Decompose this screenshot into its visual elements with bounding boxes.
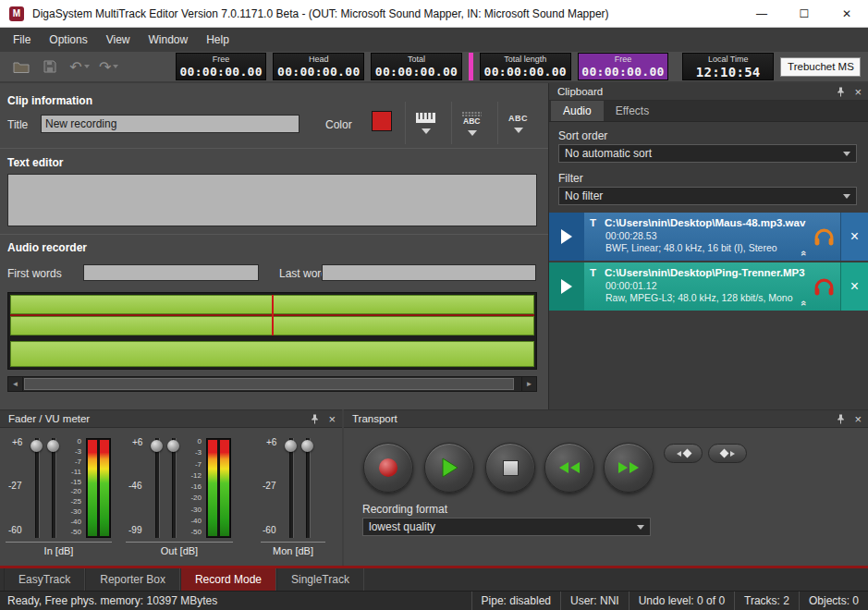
- headphones-icon: [813, 277, 835, 297]
- entry-close-button[interactable]: ×: [840, 213, 868, 261]
- clipboard-entry-2[interactable]: T C:\Users\nin\Desktop\Ping-Trenner.MP3 …: [549, 262, 868, 311]
- tab-record-mode[interactable]: Record Mode: [180, 568, 276, 591]
- rewind-button[interactable]: [544, 443, 594, 493]
- toolbar: ↶ ↷ Free 00:00:00.00 Head 00:00:00.00 To…: [0, 52, 868, 83]
- entry-format: Raw, MPEG-L3; 48.0 kHz, 128 kbit/s, Mono: [605, 292, 804, 303]
- save-button[interactable]: [37, 55, 65, 79]
- scroll-right-arrow[interactable]: ►: [521, 377, 536, 391]
- statusbar: Ready, Free phys. memory: 10397 MBytes P…: [0, 591, 868, 610]
- tab-effects[interactable]: Effects: [604, 101, 661, 121]
- prelisten-button[interactable]: [808, 262, 840, 311]
- fader-panel-title: Fader / VU meter: [8, 413, 90, 424]
- menu-view[interactable]: View: [97, 29, 140, 51]
- undo-button[interactable]: ↶: [66, 55, 93, 79]
- fader-knob[interactable]: [301, 440, 313, 452]
- fader-knob[interactable]: [47, 440, 59, 452]
- close-panel-icon[interactable]: ×: [328, 413, 336, 425]
- fader-in-left[interactable]: [31, 438, 43, 538]
- close-panel-icon[interactable]: ×: [854, 413, 862, 425]
- last-words-input[interactable]: [322, 264, 536, 281]
- main-editor-panel: Clip information Title Color ABC ABC Tex…: [0, 83, 548, 409]
- fader-knob[interactable]: [151, 440, 163, 452]
- marker-out-button[interactable]: [708, 444, 747, 463]
- mode-tab-bar: EasyTrack Reporter Box Record Mode Singl…: [0, 568, 868, 591]
- minimize-button[interactable]: —: [740, 0, 783, 28]
- collapse-chevrons-icon[interactable]: «: [801, 250, 808, 256]
- arrow-left-icon: [677, 451, 681, 457]
- in-db-scale: 0-3-7-11-15-20-25-30-40-50: [61, 438, 81, 536]
- clip-title-input[interactable]: [41, 115, 300, 133]
- chevron-down-icon: [468, 130, 477, 136]
- fader-in-right[interactable]: [47, 438, 60, 538]
- pin-icon[interactable]: [836, 87, 846, 97]
- pin-icon[interactable]: [310, 414, 320, 424]
- out-db-scale: 0-3-7-12-16-20-30-40-50: [181, 438, 202, 536]
- fader-out-right[interactable]: [167, 438, 180, 538]
- waveform-scrollbar[interactable]: ◄ ►: [7, 376, 537, 392]
- pin-icon[interactable]: [836, 414, 846, 424]
- marker-in-button[interactable]: [664, 444, 703, 463]
- menu-options[interactable]: Options: [40, 29, 96, 51]
- prelisten-button[interactable]: [808, 213, 840, 261]
- transport-header: Transport ×: [344, 410, 868, 428]
- section-divider: [0, 148, 548, 149]
- fader-mon-left[interactable]: [285, 438, 298, 538]
- recorder-waveform-display[interactable]: [7, 292, 537, 370]
- abc-table-button[interactable]: ABC: [451, 102, 492, 144]
- track-marker: T: [590, 267, 596, 278]
- status-tracks: Tracks: 2: [734, 592, 799, 610]
- color-label: Color: [325, 118, 352, 131]
- font-select-button[interactable]: Trebuchet MS: [780, 57, 861, 77]
- record-button[interactable]: [363, 443, 413, 493]
- first-words-input[interactable]: [83, 264, 259, 281]
- entry-info: T C:\Users\nin\Desktop\Ping-Trenner.MP3 …: [584, 262, 808, 311]
- playhead-cursor[interactable]: [272, 295, 274, 336]
- entry-play-button[interactable]: [549, 262, 584, 311]
- menu-help[interactable]: Help: [197, 29, 238, 51]
- abc-button[interactable]: ABC: [497, 102, 538, 144]
- stop-button[interactable]: [485, 443, 535, 493]
- play-button[interactable]: [424, 443, 474, 493]
- entry-close-button[interactable]: ×: [840, 262, 868, 311]
- keyboard-layout-button[interactable]: [405, 102, 446, 144]
- in-range-bottom: -60: [8, 525, 21, 535]
- clip-color-swatch[interactable]: [372, 111, 392, 131]
- tab-easytrack[interactable]: EasyTrack: [4, 568, 85, 591]
- recording-format-select[interactable]: lowest quality: [362, 518, 651, 536]
- fader-knob[interactable]: [167, 440, 179, 452]
- titlebar: M DigaSystem MultiTrack Editor Version 7…: [0, 0, 868, 28]
- sort-order-select[interactable]: No automatic sort: [558, 144, 857, 163]
- redo-button[interactable]: ↷: [95, 55, 123, 79]
- close-panel-icon[interactable]: ×: [854, 86, 862, 98]
- open-file-button[interactable]: [7, 55, 35, 79]
- collapse-chevrons-icon[interactable]: «: [801, 300, 808, 306]
- close-button[interactable]: ✕: [825, 0, 868, 28]
- scrollbar-thumb[interactable]: [24, 378, 514, 390]
- fader-mon-right[interactable]: [301, 438, 314, 538]
- out-range-top: +6: [132, 437, 142, 447]
- fader-out-left[interactable]: [151, 438, 164, 538]
- status-undo-level: Undo level: 0 of 0: [629, 592, 734, 610]
- entry-path: C:\Users\nin\Desktop\Maus-48.mp3.wav: [605, 217, 805, 228]
- tab-reporter-box[interactable]: Reporter Box: [85, 568, 180, 591]
- fader-knob[interactable]: [285, 440, 297, 452]
- text-editor-area[interactable]: [7, 174, 537, 226]
- fast-forward-button[interactable]: [604, 443, 654, 493]
- entry-play-button[interactable]: [549, 213, 584, 261]
- tab-audio[interactable]: Audio: [551, 101, 604, 121]
- clipboard-entry-1[interactable]: T C:\Users\nin\Desktop\Maus-48.mp3.wav 0…: [549, 213, 868, 261]
- undo-icon: ↶: [69, 58, 81, 76]
- filter-select[interactable]: No filter: [558, 187, 857, 205]
- fast-forward-icon: [617, 460, 641, 475]
- menu-file[interactable]: File: [4, 29, 40, 51]
- fader-knob[interactable]: [31, 440, 43, 452]
- scroll-left-arrow[interactable]: ◄: [8, 377, 23, 391]
- arrow-right-icon: [730, 451, 735, 457]
- window-title: DigaSystem MultiTrack Editor Version 7.0…: [32, 7, 609, 20]
- redo-dropdown-arrow: [113, 65, 118, 68]
- maximize-button[interactable]: ☐: [783, 0, 825, 28]
- time-label: Local Time: [708, 55, 749, 65]
- tab-singletrack[interactable]: SingleTrack: [276, 568, 364, 591]
- abc-icon: ABC: [508, 114, 528, 123]
- menu-window[interactable]: Window: [140, 29, 198, 51]
